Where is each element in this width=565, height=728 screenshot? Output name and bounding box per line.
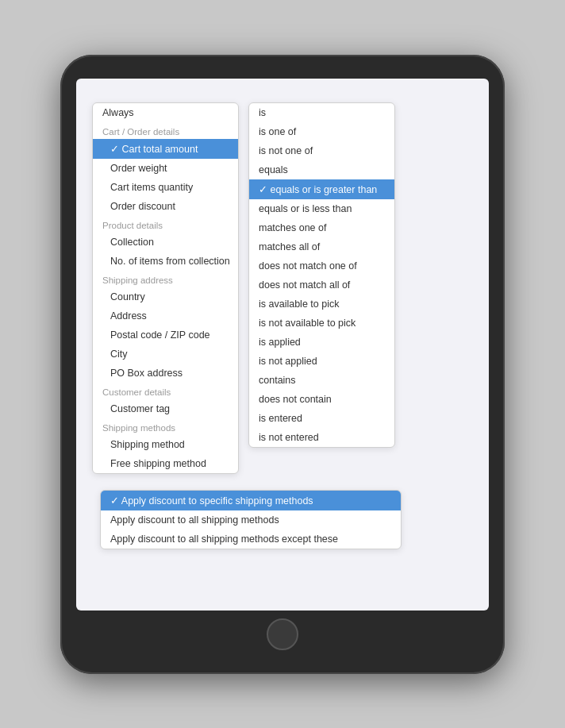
dropdown-item[interactable]: Customer tag [93,399,238,418]
home-button[interactable] [267,618,298,650]
dropdown-group-header: Product details [93,216,238,233]
tablet-screen: AlwaysCart / Order detailsCart total amo… [76,79,489,611]
dropdown-item[interactable]: Free shipping method [93,454,238,473]
tablet-frame: AlwaysCart / Order detailsCart total amo… [60,55,505,674]
dropdown-item[interactable]: is one of [249,122,394,141]
dropdown-item[interactable]: Order weight [93,159,238,178]
dropdown-item[interactable]: Always [93,103,238,122]
dropdown-item[interactable]: does not match all of [249,275,394,295]
dropdown-item[interactable]: Order discount [93,197,238,216]
dropdown-item[interactable]: matches one of [249,218,394,237]
dropdown-item[interactable]: City [93,345,238,364]
dropdown-item[interactable]: does not contain [249,390,394,409]
dropdown-group-header: Shipping address [93,271,238,287]
dropdown-item[interactable]: PO Box address [93,364,238,383]
left-dropdown[interactable]: AlwaysCart / Order detailsCart total amo… [92,102,239,474]
dropdown-item[interactable]: equals [249,160,394,179]
dropdown-item[interactable]: is entered [249,409,394,428]
bottom-dropdown-item[interactable]: Apply discount to all shipping methods e… [101,530,401,549]
dropdown-item[interactable]: is applied [249,333,394,352]
dropdown-item[interactable]: Postal code / ZIP code [93,325,238,345]
dropdown-item[interactable]: is not entered [249,428,394,447]
dropdown-item[interactable]: does not match one of [249,256,394,275]
dropdown-group-header: Cart / Order details [93,122,238,139]
dropdown-item[interactable]: Cart items quantity [93,178,238,197]
dropdown-item[interactable]: is [249,103,394,122]
dropdown-item[interactable]: Shipping method [93,435,238,454]
dropdown-item[interactable]: Collection [93,233,238,252]
bottom-dropdown[interactable]: Apply discount to specific shipping meth… [100,490,402,549]
dropdown-item[interactable]: is not applied [249,352,394,371]
dropdown-item[interactable]: Address [93,306,238,325]
dropdowns-row: AlwaysCart / Order detailsCart total amo… [92,102,473,474]
bottom-dropdown-item[interactable]: Apply discount to all shipping methods [101,510,401,530]
dropdown-item[interactable]: contains [249,371,394,390]
dropdown-item[interactable]: equals or is greater than [249,179,394,199]
dropdown-item[interactable]: Cart total amount [93,139,238,159]
dropdown-item[interactable]: No. of items from collection [93,252,238,271]
dropdown-item[interactable]: Country [93,287,238,306]
dropdown-group-header: Customer details [93,383,238,399]
dropdown-item[interactable]: is not one of [249,141,394,160]
dropdown-item[interactable]: matches all of [249,237,394,256]
bottom-dropdown-item[interactable]: Apply discount to specific shipping meth… [101,491,401,510]
dropdown-item[interactable]: is available to pick [249,295,394,314]
dropdown-group-header: Shipping methods [93,418,238,435]
screen-content: AlwaysCart / Order detailsCart total amo… [76,79,489,611]
right-dropdown[interactable]: isis one ofis not one ofequalsequals or … [248,102,395,448]
dropdown-item[interactable]: is not available to pick [249,314,394,333]
dropdown-item[interactable]: equals or is less than [249,199,394,218]
